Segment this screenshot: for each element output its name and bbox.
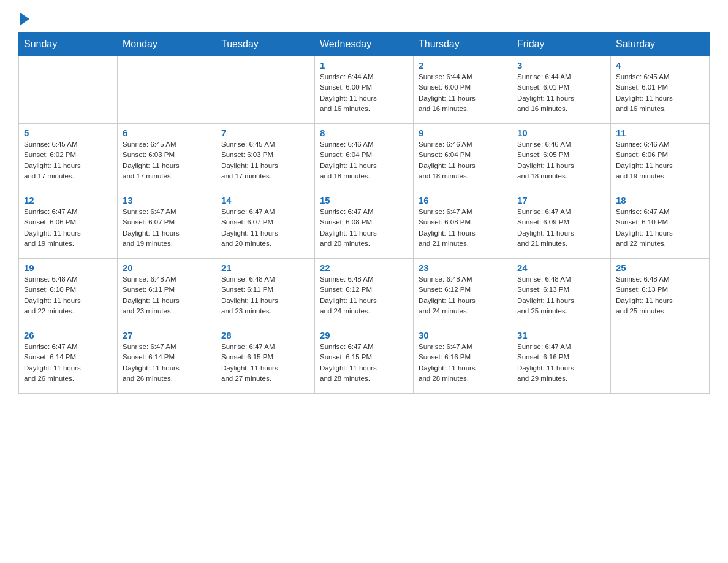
day-number: 8 <box>320 128 408 138</box>
day-number: 21 <box>221 262 309 273</box>
day-info: Sunrise: 6:48 AMSunset: 6:13 PMDaylight:… <box>517 274 605 316</box>
calendar-header-saturday: Saturday <box>611 33 710 56</box>
calendar-cell: 31Sunrise: 6:47 AMSunset: 6:16 PMDayligh… <box>512 326 611 394</box>
day-number: 28 <box>221 330 309 340</box>
day-info: Sunrise: 6:47 AMSunset: 6:15 PMDaylight:… <box>320 342 408 384</box>
calendar-header-sunday: Sunday <box>19 33 118 56</box>
calendar-cell <box>19 56 118 124</box>
calendar-cell: 29Sunrise: 6:47 AMSunset: 6:15 PMDayligh… <box>315 326 414 394</box>
day-info: Sunrise: 6:45 AMSunset: 6:03 PMDaylight:… <box>123 139 211 182</box>
calendar-cell: 25Sunrise: 6:48 AMSunset: 6:13 PMDayligh… <box>611 259 710 326</box>
day-info: Sunrise: 6:48 AMSunset: 6:11 PMDaylight:… <box>123 274 211 316</box>
day-info: Sunrise: 6:47 AMSunset: 6:08 PMDaylight:… <box>320 207 408 249</box>
calendar-cell: 1Sunrise: 6:44 AMSunset: 6:00 PMDaylight… <box>315 56 414 124</box>
calendar-cell: 11Sunrise: 6:46 AMSunset: 6:06 PMDayligh… <box>611 124 710 191</box>
day-info: Sunrise: 6:47 AMSunset: 6:14 PMDaylight:… <box>123 342 211 384</box>
day-info: Sunrise: 6:44 AMSunset: 6:00 PMDaylight:… <box>320 72 408 114</box>
day-info: Sunrise: 6:46 AMSunset: 6:04 PMDaylight:… <box>320 139 408 182</box>
day-info: Sunrise: 6:46 AMSunset: 6:04 PMDaylight:… <box>419 139 507 182</box>
calendar-cell: 17Sunrise: 6:47 AMSunset: 6:09 PMDayligh… <box>512 191 611 259</box>
day-info: Sunrise: 6:46 AMSunset: 6:05 PMDaylight:… <box>517 139 605 182</box>
calendar-cell: 26Sunrise: 6:47 AMSunset: 6:14 PMDayligh… <box>19 326 118 394</box>
day-info: Sunrise: 6:47 AMSunset: 6:06 PMDaylight:… <box>24 207 112 249</box>
day-number: 7 <box>221 128 309 138</box>
day-info: Sunrise: 6:44 AMSunset: 6:01 PMDaylight:… <box>517 72 605 114</box>
calendar-cell: 2Sunrise: 6:44 AMSunset: 6:00 PMDaylight… <box>414 56 512 124</box>
calendar-cell: 15Sunrise: 6:47 AMSunset: 6:08 PMDayligh… <box>315 191 414 259</box>
day-number: 31 <box>517 330 605 340</box>
day-number: 3 <box>517 60 605 71</box>
page-header <box>18 12 710 26</box>
day-number: 27 <box>123 330 211 340</box>
calendar-week-row: 5Sunrise: 6:45 AMSunset: 6:02 PMDaylight… <box>19 124 710 191</box>
calendar-week-row: 26Sunrise: 6:47 AMSunset: 6:14 PMDayligh… <box>19 326 710 394</box>
calendar-cell: 13Sunrise: 6:47 AMSunset: 6:07 PMDayligh… <box>118 191 216 259</box>
calendar-cell <box>216 56 315 124</box>
calendar-cell: 28Sunrise: 6:47 AMSunset: 6:15 PMDayligh… <box>216 326 315 394</box>
calendar-cell: 8Sunrise: 6:46 AMSunset: 6:04 PMDaylight… <box>315 124 414 191</box>
day-info: Sunrise: 6:45 AMSunset: 6:03 PMDaylight:… <box>221 139 309 182</box>
day-number: 18 <box>616 195 704 205</box>
day-number: 22 <box>320 262 408 273</box>
day-number: 1 <box>320 60 408 71</box>
day-number: 20 <box>123 262 211 273</box>
calendar-header-friday: Friday <box>512 33 611 56</box>
day-number: 14 <box>221 195 309 205</box>
calendar-cell: 18Sunrise: 6:47 AMSunset: 6:10 PMDayligh… <box>611 191 710 259</box>
calendar-cell: 19Sunrise: 6:48 AMSunset: 6:10 PMDayligh… <box>19 259 118 326</box>
day-number: 9 <box>419 128 507 138</box>
calendar-cell: 24Sunrise: 6:48 AMSunset: 6:13 PMDayligh… <box>512 259 611 326</box>
day-number: 19 <box>24 262 112 273</box>
day-number: 6 <box>123 128 211 138</box>
day-number: 15 <box>320 195 408 205</box>
calendar-cell: 22Sunrise: 6:48 AMSunset: 6:12 PMDayligh… <box>315 259 414 326</box>
day-info: Sunrise: 6:47 AMSunset: 6:16 PMDaylight:… <box>517 342 605 384</box>
logo <box>18 12 29 26</box>
day-info: Sunrise: 6:47 AMSunset: 6:08 PMDaylight:… <box>419 207 507 249</box>
day-info: Sunrise: 6:46 AMSunset: 6:06 PMDaylight:… <box>616 139 704 182</box>
calendar-cell: 16Sunrise: 6:47 AMSunset: 6:08 PMDayligh… <box>414 191 512 259</box>
day-info: Sunrise: 6:48 AMSunset: 6:11 PMDaylight:… <box>221 274 309 316</box>
day-number: 30 <box>419 330 507 340</box>
day-number: 17 <box>517 195 605 205</box>
day-number: 29 <box>320 330 408 340</box>
calendar-cell <box>118 56 216 124</box>
day-number: 2 <box>419 60 507 71</box>
day-info: Sunrise: 6:48 AMSunset: 6:10 PMDaylight:… <box>24 274 112 316</box>
day-number: 11 <box>616 128 704 138</box>
calendar-cell: 20Sunrise: 6:48 AMSunset: 6:11 PMDayligh… <box>118 259 216 326</box>
day-number: 26 <box>24 330 112 340</box>
calendar-cell: 7Sunrise: 6:45 AMSunset: 6:03 PMDaylight… <box>216 124 315 191</box>
calendar-cell: 21Sunrise: 6:48 AMSunset: 6:11 PMDayligh… <box>216 259 315 326</box>
calendar-cell: 14Sunrise: 6:47 AMSunset: 6:07 PMDayligh… <box>216 191 315 259</box>
day-info: Sunrise: 6:47 AMSunset: 6:16 PMDaylight:… <box>419 342 507 384</box>
calendar-header-thursday: Thursday <box>414 33 512 56</box>
day-info: Sunrise: 6:47 AMSunset: 6:15 PMDaylight:… <box>221 342 309 384</box>
day-info: Sunrise: 6:47 AMSunset: 6:07 PMDaylight:… <box>221 207 309 249</box>
calendar-cell: 23Sunrise: 6:48 AMSunset: 6:12 PMDayligh… <box>414 259 512 326</box>
day-number: 4 <box>616 60 704 71</box>
calendar-header-tuesday: Tuesday <box>216 33 315 56</box>
day-info: Sunrise: 6:48 AMSunset: 6:13 PMDaylight:… <box>616 274 704 316</box>
calendar-cell: 9Sunrise: 6:46 AMSunset: 6:04 PMDaylight… <box>414 124 512 191</box>
day-info: Sunrise: 6:47 AMSunset: 6:09 PMDaylight:… <box>517 207 605 249</box>
day-info: Sunrise: 6:44 AMSunset: 6:00 PMDaylight:… <box>419 72 507 114</box>
logo-triangle-icon <box>20 12 29 26</box>
day-number: 16 <box>419 195 507 205</box>
calendar-cell: 27Sunrise: 6:47 AMSunset: 6:14 PMDayligh… <box>118 326 216 394</box>
day-number: 25 <box>616 262 704 273</box>
calendar-header-monday: Monday <box>118 33 216 56</box>
calendar-cell: 5Sunrise: 6:45 AMSunset: 6:02 PMDaylight… <box>19 124 118 191</box>
day-info: Sunrise: 6:48 AMSunset: 6:12 PMDaylight:… <box>320 274 408 316</box>
day-number: 12 <box>24 195 112 205</box>
day-number: 5 <box>24 128 112 138</box>
calendar-header-row: SundayMondayTuesdayWednesdayThursdayFrid… <box>19 33 710 56</box>
day-info: Sunrise: 6:45 AMSunset: 6:02 PMDaylight:… <box>24 139 112 182</box>
calendar-week-row: 1Sunrise: 6:44 AMSunset: 6:00 PMDaylight… <box>19 56 710 124</box>
day-number: 10 <box>517 128 605 138</box>
calendar-cell <box>611 326 710 394</box>
day-info: Sunrise: 6:47 AMSunset: 6:14 PMDaylight:… <box>24 342 112 384</box>
calendar-cell: 30Sunrise: 6:47 AMSunset: 6:16 PMDayligh… <box>414 326 512 394</box>
calendar-table: SundayMondayTuesdayWednesdayThursdayFrid… <box>18 32 710 394</box>
calendar-week-row: 19Sunrise: 6:48 AMSunset: 6:10 PMDayligh… <box>19 259 710 326</box>
